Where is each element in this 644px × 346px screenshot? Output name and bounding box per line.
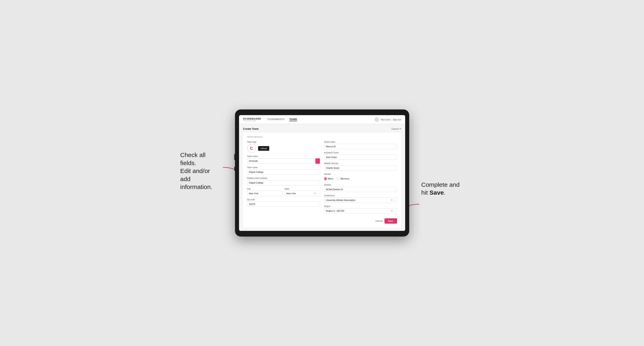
- nav-tournaments[interactable]: TOURNAMENTS: [267, 118, 284, 121]
- nav-logo-sub: Powered by clippd: [243, 120, 261, 121]
- conference-clear-button[interactable]: ✕: [391, 199, 393, 201]
- region-chevron-icon: ⌄: [394, 210, 395, 212]
- gender-womens-radio[interactable]: [336, 177, 339, 180]
- annotation-right-end: .: [444, 189, 446, 196]
- display-name-input[interactable]: [247, 180, 320, 185]
- upload-button[interactable]: Upload: [258, 146, 270, 151]
- annotation-left-line1: Check all fields.: [180, 151, 206, 166]
- region-clear-button[interactable]: ✕: [391, 209, 393, 212]
- state-value: New York: [286, 191, 314, 196]
- nav-signout[interactable]: Sign out: [393, 118, 401, 121]
- annotation-left-line2: Edit and/or add: [180, 167, 210, 182]
- team-logo-circle: C: [247, 144, 256, 153]
- section-label: TEAM DETAILS: [247, 136, 397, 138]
- save-button[interactable]: Save: [384, 218, 397, 224]
- gender-mens-radio[interactable]: [324, 177, 327, 180]
- nav-teams[interactable]: TEAMS: [289, 118, 297, 121]
- display-name-label: Display name (unique): [247, 177, 320, 179]
- annotation-right-line2: hit: [421, 189, 430, 196]
- state-clear-button[interactable]: ✕: [314, 192, 316, 195]
- team-name-input[interactable]: [247, 169, 320, 174]
- region-value: Region II - (M) DIII: [326, 208, 391, 213]
- gender-mens-option[interactable]: Mens: [324, 177, 334, 180]
- team-name-label: Team name: [247, 166, 320, 169]
- athletic-director-label: Athletic Director: [324, 162, 397, 165]
- cancel-x-button[interactable]: Cancel ✕: [392, 128, 401, 130]
- annotation-left-line3: information.: [180, 183, 212, 190]
- assistant-coach-label: Assistant Coach: [324, 152, 397, 154]
- nav-logo: SCOREBOARD Powered by clippd: [243, 118, 261, 121]
- color-swatch[interactable]: [315, 158, 320, 164]
- assistant-coach-input[interactable]: [324, 155, 397, 160]
- gender-label: Gender: [324, 173, 397, 175]
- zip-label: Zip code: [247, 198, 320, 201]
- zip-input[interactable]: [247, 201, 320, 207]
- head-coach-input[interactable]: [324, 144, 397, 149]
- conference-value: University Athletic Association: [326, 198, 391, 202]
- nav-logo-main: SCOREBOARD: [243, 118, 261, 120]
- head-coach-label: Head Coach: [324, 141, 397, 143]
- city-label: City: [247, 188, 282, 190]
- team-colour-label: Team colour: [247, 155, 320, 158]
- avatar: [374, 117, 379, 122]
- team-colour-input[interactable]: [247, 159, 314, 164]
- annotation-right-line1: Complete and: [421, 181, 460, 188]
- city-input[interactable]: [247, 191, 282, 196]
- state-label: State: [284, 188, 320, 190]
- state-chevron-icon: ⌄: [317, 192, 318, 194]
- modal-title: Create Team: [243, 127, 259, 130]
- cancel-button[interactable]: Cancel: [376, 220, 382, 222]
- region-label: Region: [324, 205, 397, 207]
- conference-chevron-icon: ⌄: [394, 199, 395, 201]
- team-logo-label: Team logo: [247, 141, 320, 143]
- athletic-director-input[interactable]: [324, 165, 397, 171]
- nav-user: Test User |: [381, 118, 391, 121]
- gender-womens-label: Womens: [340, 177, 349, 180]
- division-label: Division: [324, 184, 397, 186]
- close-icon: ✕: [399, 128, 401, 130]
- gender-womens-option[interactable]: Womens: [336, 177, 349, 180]
- annotation-right-bold: Save: [430, 189, 444, 196]
- conference-label: Conference: [324, 194, 397, 197]
- gender-mens-label: Mens: [328, 177, 334, 180]
- nav-bar: SCOREBOARD Powered by clippd TOURNAMENTS…: [239, 115, 405, 124]
- division-select[interactable]: NCAA Division III: [324, 187, 397, 192]
